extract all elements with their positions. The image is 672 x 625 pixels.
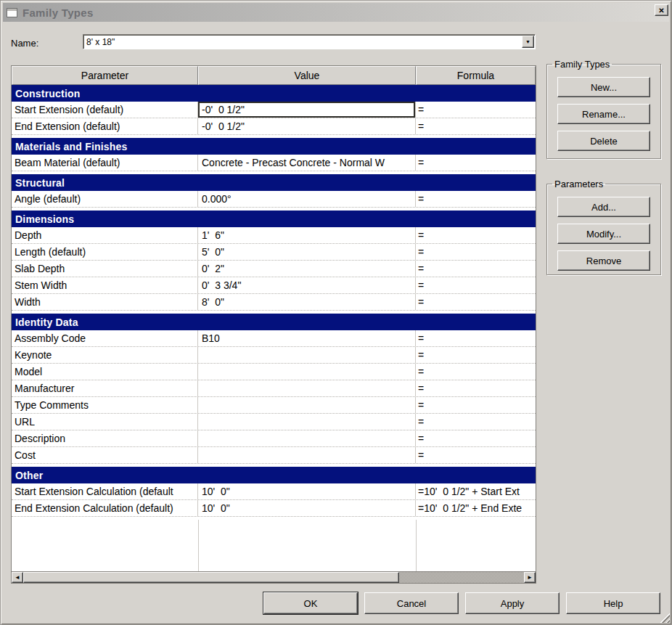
table-row: Start Extension (default)-0' 0 1/2"= [12,102,536,118]
section-header: Materials and Finishes [12,138,536,155]
value-cell[interactable] [198,447,416,463]
formula-cell[interactable]: = [416,347,536,363]
value-cell[interactable]: 5' 0" [198,244,416,260]
formula-cell[interactable]: =10' 0 1/2" + Start Ext [416,483,536,499]
value-cell[interactable]: Concrete - Precast Concrete - Normal W [198,155,416,171]
parameters-group: Parameters Add... Modify... Remove [546,179,661,275]
help-button[interactable]: Help [566,592,660,614]
column-header-value[interactable]: Value [198,66,416,85]
formula-cell[interactable]: = [416,447,536,463]
formula-cell[interactable]: =10' 0 1/2" + End Exte [416,500,536,516]
scrollbar-track[interactable] [399,572,524,583]
value-cell[interactable]: -0' 0 1/2" [198,102,416,118]
formula-cell[interactable]: = [416,155,536,171]
section-header: Structural [12,174,536,191]
footer-buttons: OK Cancel Apply Help [263,592,660,614]
column-header-formula[interactable]: Formula [416,66,536,85]
dropdown-arrow-icon[interactable]: ▼ [522,36,534,48]
scroll-left-button[interactable]: ◄ [12,572,23,583]
column-header-parameter[interactable]: Parameter [12,66,198,85]
section-header: Construction [12,85,536,102]
scroll-right-icon: ► [527,574,533,581]
table-row: Angle (default)0.000°= [12,191,536,208]
value-cell[interactable] [198,430,416,446]
table-row: Start Extension Calculation (default10' … [12,483,536,500]
section-spacer [12,517,536,520]
close-icon: ✕ [658,7,664,15]
resize-grip[interactable] [659,612,670,623]
table-row: Cost= [12,447,536,464]
parameter-cell: Cost [12,447,198,463]
parameter-cell: Start Extension Calculation (default [12,483,198,499]
delete-button[interactable]: Delete [557,131,650,151]
formula-cell[interactable]: = [416,118,536,134]
parameter-cell: Angle (default) [12,191,198,207]
table-row: Stem Width0' 3 3/4"= [12,277,536,294]
modify-button[interactable]: Modify... [557,224,650,244]
name-combobox-value: 8' x 18" [83,37,522,47]
table-row: Width8' 0"= [12,294,536,311]
value-cell[interactable]: B10 [198,330,416,346]
table-row: Beam Material (default)Concrete - Precas… [12,155,536,171]
family-types-group-label: Family Types [552,59,612,70]
parameter-cell: Keynote [12,347,198,363]
formula-cell[interactable]: = [416,277,536,293]
name-combobox[interactable]: 8' x 18" ▼ [83,34,536,49]
add-button[interactable]: Add... [557,197,650,217]
scrollbar-thumb[interactable] [23,572,399,583]
parameter-cell: Manufacturer [12,380,198,396]
value-cell[interactable] [198,347,416,363]
value-cell[interactable]: 10' 0" [198,483,416,499]
formula-cell[interactable]: = [416,191,536,207]
section-header: Identity Data [12,314,536,330]
table-row: Model= [12,364,536,380]
window-icon [7,8,17,17]
family-types-dialog: Family Types ✕ Name: 8' x 18" ▼ Paramete… [0,0,672,625]
value-cell[interactable] [198,364,416,380]
value-cell[interactable]: 1' 6" [198,227,416,243]
formula-cell[interactable]: = [416,294,536,310]
close-button[interactable]: ✕ [655,4,668,16]
rename-button[interactable]: Rename... [557,104,650,124]
ok-button[interactable]: OK [263,592,358,614]
titlebar: Family Types [3,3,669,22]
parameter-cell: Type Comments [12,397,198,413]
remove-button[interactable]: Remove [557,250,650,271]
value-cell[interactable]: 8' 0" [198,294,416,310]
value-cell[interactable]: 0' 2" [198,261,416,277]
value-cell[interactable] [198,397,416,413]
formula-cell[interactable]: = [416,397,536,413]
table-body: ConstructionStart Extension (default)-0'… [12,85,536,571]
parameter-cell: End Extension Calculation (default) [12,500,198,516]
window-title: Family Types [22,7,94,19]
value-cell[interactable]: -0' 0 1/2" [198,118,416,134]
formula-cell[interactable]: = [416,227,536,243]
scroll-left-icon: ◄ [15,574,20,581]
horizontal-scrollbar[interactable]: ◄ ► [12,571,536,583]
parameter-cell: Length (default) [12,244,198,260]
formula-cell[interactable]: = [416,102,536,118]
value-cell[interactable]: 10' 0" [198,500,416,516]
parameter-cell: Start Extension (default) [12,102,198,118]
name-label: Name: [11,38,38,49]
value-cell[interactable] [198,380,416,396]
table-row: Description= [12,430,536,447]
parameter-cell: Description [12,430,198,446]
apply-button[interactable]: Apply [465,592,560,614]
formula-cell[interactable]: = [416,414,536,430]
value-cell[interactable] [198,414,416,430]
formula-cell[interactable]: = [416,380,536,396]
value-cell[interactable]: 0' 3 3/4" [198,277,416,293]
cancel-button[interactable]: Cancel [364,592,459,614]
formula-cell[interactable]: = [416,330,536,346]
scroll-right-button[interactable]: ► [524,572,536,583]
new-button[interactable]: New... [557,77,650,97]
formula-cell[interactable]: = [416,430,536,446]
formula-cell[interactable]: = [416,261,536,277]
formula-cell[interactable]: = [416,244,536,260]
formula-cell[interactable]: = [416,364,536,380]
value-cell[interactable]: 0.000° [198,191,416,207]
parameters-group-label: Parameters [552,179,605,189]
parameter-cell: Model [12,364,198,380]
parameter-cell: End Extension (default) [12,118,198,134]
